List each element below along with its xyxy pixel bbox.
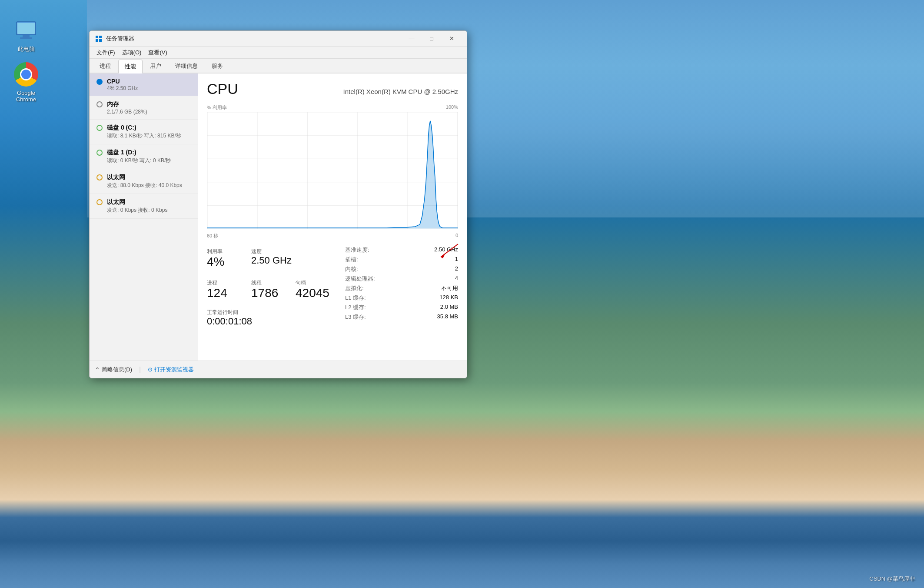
stat-threads: 线程 1786 [251,277,292,302]
sidebar-item-memory[interactable]: 内存 2.1/7.6 GB (28%) [90,96,198,120]
bottom-bar: ⌃ 简略信息(D) | ⊙ 打开资源监视器 [90,361,467,378]
desktop-icon-chrome[interactable]: GoogleChrome [13,61,39,103]
menu-bar: 文件(F) 选项(O) 查看(V) [90,47,467,59]
desktop-icon-computer[interactable]: 此电脑 [13,17,39,53]
svg-rect-1 [17,23,35,34]
disk0-indicator [96,125,103,131]
threads-value: 1786 [251,287,292,300]
stat-utilization: 利用率 4% [207,246,248,271]
svg-rect-7 [99,39,102,42]
cpu-panel-title: CPU [207,80,238,97]
x-min: 60 秒 [207,233,218,239]
stats-row-1: 利用率 4% 速度 2.50 GHz [207,246,336,271]
chevron-down-icon: ⌃ [95,366,100,373]
right-specs: 基准速度: 2.50 GHz 插槽: 1 内核: 2 逻辑处理器: 4 [345,246,458,327]
svg-line-21 [441,244,458,257]
eth1-item-detail: 发送: 0 Kbps 接收: 0 Kbps [107,207,191,214]
monitor-label: 打开资源监视器 [154,366,194,374]
summary-button[interactable]: ⌃ 简略信息(D) [95,366,132,374]
svg-rect-4 [96,36,98,38]
memory-item-name: 内存 [107,100,191,108]
tab-service[interactable]: 服务 [205,59,229,73]
chrome-icon-container [13,61,39,87]
cpu-header: CPU Intel(R) Xeon(R) KVM CPU @ 2.50GHz [207,80,458,97]
chrome-icon [14,62,38,87]
cpu-item-detail: 4% 2.50 GHz [107,85,191,91]
spec-logical: 逻辑处理器: 4 [345,275,458,283]
processes-label: 进程 [207,279,248,287]
y-label: % 利用率 [207,104,227,111]
disk1-item-detail: 读取: 0 KB/秒 写入: 0 KB/秒 [107,157,191,164]
eth1-indicator [96,199,103,205]
speed-label: 速度 [251,248,292,255]
processes-value: 124 [207,287,248,300]
title-buttons: — □ ✕ [402,32,462,45]
speed-value: 2.50 GHz [251,255,292,266]
tab-user[interactable]: 用户 [143,59,168,73]
disk0-item-name: 磁盘 0 (C:) [107,124,191,132]
computer-label: 此电脑 [18,46,35,53]
memory-indicator [96,101,103,107]
sidebar-item-eth1[interactable]: 以太网 发送: 0 Kbps 接收: 0 Kbps [90,194,198,219]
logical-label: 逻辑处理器: [345,275,375,283]
eth1-item-name: 以太网 [107,198,191,206]
spec-l2: L2 缓存: 2.0 MB [345,304,458,311]
chrome-label: GoogleChrome [16,90,36,103]
handles-label: 句柄 [296,279,336,287]
tab-performance[interactable]: 性能 [118,60,143,74]
watermark: CSDN @菜鸟厚非 [869,575,915,583]
sidebar-item-disk0[interactable]: 磁盘 0 (C:) 读取: 8.1 KB/秒 写入: 815 KB/秒 [90,120,198,144]
cpu-indicator [96,79,103,85]
summary-label: 简略信息(D) [102,366,132,374]
maximize-button[interactable]: □ [422,32,442,45]
cpu-graph [207,112,458,229]
open-monitor-button[interactable]: ⊙ 打开资源监视器 [148,366,194,374]
menu-file[interactable]: 文件(F) [93,47,119,58]
sidebar-item-eth0[interactable]: 以太网 发送: 88.0 Kbps 接收: 40.0 Kbps [90,169,198,194]
eth1-item-text: 以太网 发送: 0 Kbps 接收: 0 Kbps [107,198,191,214]
cpu-item-name: CPU [107,78,191,85]
eth0-item-name: 以太网 [107,174,191,181]
spec-cores: 内核: 2 [345,265,458,273]
svg-rect-5 [99,36,102,38]
threads-label: 线程 [251,279,292,287]
stat-processes: 进程 124 [207,277,248,302]
main-content: CPU 4% 2.50 GHz 内存 2.1/7.6 GB (28%) 磁盘 0… [90,74,467,361]
left-stats: 利用率 4% 速度 2.50 GHz 进程 124 [207,246,336,327]
svg-rect-6 [96,39,98,42]
window-title: 任务管理器 [106,35,402,43]
utilization-label: 利用率 [207,248,248,255]
tab-process[interactable]: 进程 [93,59,117,73]
l1-label: L1 缓存: [345,294,366,302]
computer-icon [13,17,39,43]
sidebar-item-disk1[interactable]: 磁盘 1 (D:) 读取: 0 KB/秒 写入: 0 KB/秒 [90,144,198,169]
svg-marker-20 [207,121,458,229]
disk1-indicator [96,150,103,156]
y-max: 100% [446,104,458,111]
memory-item-detail: 2.1/7.6 GB (28%) [107,109,191,115]
l2-label: L2 缓存: [345,304,366,311]
arrow-annotation [436,242,462,261]
stat-handles: 句柄 42045 [296,277,336,302]
disk0-item-text: 磁盘 0 (C:) 读取: 8.1 KB/秒 写入: 815 KB/秒 [107,124,191,140]
minimize-button[interactable]: — [402,32,422,45]
cores-value: 2 [455,265,458,273]
title-bar: 任务管理器 — □ ✕ [90,31,467,47]
logical-value: 4 [455,275,458,283]
spec-l1: L1 缓存: 128 KB [345,294,458,302]
sidebar-item-cpu[interactable]: CPU 4% 2.50 GHz [90,74,198,96]
svg-rect-2 [23,35,30,37]
eth0-item-text: 以太网 发送: 88.0 Kbps 接收: 40.0 Kbps [107,174,191,189]
cpu-item-text: CPU 4% 2.50 GHz [107,78,191,91]
cores-label: 内核: [345,265,358,273]
menu-view[interactable]: 查看(V) [145,47,170,58]
l3-label: L3 缓存: [345,313,366,321]
disk1-item-name: 磁盘 1 (D:) [107,149,191,157]
tab-detail[interactable]: 详细信息 [169,59,204,73]
sidebar: CPU 4% 2.50 GHz 内存 2.1/7.6 GB (28%) 磁盘 0… [90,74,198,361]
eth0-item-detail: 发送: 88.0 Kbps 接收: 40.0 Kbps [107,182,191,189]
close-button[interactable]: ✕ [442,32,462,45]
cpu-detail-panel: CPU Intel(R) Xeon(R) KVM CPU @ 2.50GHz %… [198,74,467,361]
menu-options[interactable]: 选项(O) [119,47,145,58]
task-manager-window: 任务管理器 — □ ✕ 文件(F) 选项(O) 查看(V) 进程 性能 用户 详… [89,30,467,378]
